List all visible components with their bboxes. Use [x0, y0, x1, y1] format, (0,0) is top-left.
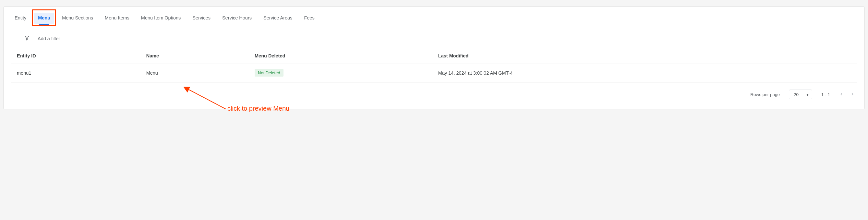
chevron-left-icon: [839, 92, 844, 96]
tab-fees[interactable]: Fees: [303, 11, 316, 24]
tab-menu[interactable]: Menu: [37, 11, 52, 24]
cell-entity-id: menu1: [17, 70, 146, 75]
prev-page-button[interactable]: [839, 91, 844, 98]
table-row[interactable]: menu1 Menu Not Deleted May 14, 2024 at 3…: [11, 64, 857, 82]
pagination-bar: Rows per page 20 ▾ 1 - 1: [4, 83, 864, 99]
filter-icon: [24, 35, 30, 42]
dropdown-icon: ▾: [806, 92, 809, 97]
header-entity-id[interactable]: Entity ID: [17, 53, 146, 58]
header-name[interactable]: Name: [146, 53, 255, 58]
tab-services[interactable]: Services: [191, 11, 212, 24]
cell-last-modified: May 14, 2024 at 3:00:02 AM GMT-4: [438, 70, 851, 75]
data-table: Add a filter Entity ID Name Menu Deleted…: [11, 29, 857, 83]
tab-bar: Entity Menu Menu Sections Menu Items Men…: [4, 11, 864, 29]
cell-name: Menu: [146, 70, 255, 75]
tab-menu-item-options[interactable]: Menu Item Options: [140, 11, 182, 24]
annotation-text: click to preview Menu: [227, 105, 289, 112]
status-badge-not-deleted: Not Deleted: [255, 69, 283, 76]
cell-menu-deleted: Not Deleted: [255, 69, 438, 76]
rows-per-page-value: 20: [794, 92, 799, 97]
filter-placeholder: Add a filter: [38, 36, 60, 41]
rows-per-page-select[interactable]: 20 ▾: [789, 90, 812, 99]
next-page-button[interactable]: [850, 91, 855, 98]
tab-menu-label: Menu: [38, 15, 50, 21]
filter-bar[interactable]: Add a filter: [11, 29, 857, 48]
tab-entity[interactable]: Entity: [13, 11, 28, 24]
tab-service-areas[interactable]: Service Areas: [262, 11, 293, 24]
content-panel: Entity Menu Menu Sections Menu Items Men…: [3, 6, 865, 109]
tab-service-hours[interactable]: Service Hours: [221, 11, 253, 24]
tab-menu-items[interactable]: Menu Items: [103, 11, 131, 24]
rows-per-page-label: Rows per page: [750, 92, 780, 97]
pagination-range: 1 - 1: [821, 92, 830, 97]
header-menu-deleted[interactable]: Menu Deleted: [255, 53, 438, 58]
pagination-nav: [839, 91, 855, 98]
chevron-right-icon: [850, 92, 855, 96]
tab-menu-sections[interactable]: Menu Sections: [61, 11, 94, 24]
header-last-modified[interactable]: Last Modified: [438, 53, 851, 58]
table-header-row: Entity ID Name Menu Deleted Last Modifie…: [11, 48, 857, 64]
